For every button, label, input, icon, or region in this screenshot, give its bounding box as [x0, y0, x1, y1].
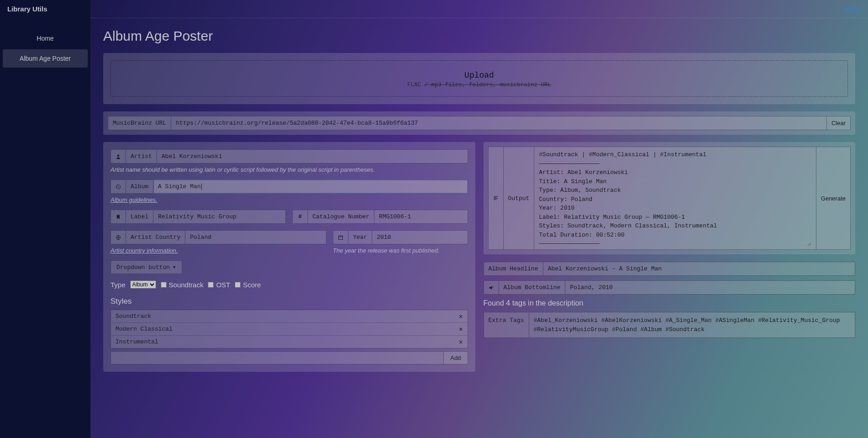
type-label: Type	[110, 281, 126, 289]
style-row: Instrumental✕	[111, 336, 468, 348]
upload-dropzone[interactable]: Upload FLAC / mp3 files, folders, musicb…	[110, 60, 848, 97]
mb-url-input-wrap	[171, 116, 827, 130]
style-label: Soundtrack	[116, 313, 151, 320]
upload-card: Upload FLAC / mp3 files, folders, musicb…	[103, 53, 855, 104]
score-checkbox[interactable]	[235, 282, 241, 288]
mb-url-label: MusicBrainz URL	[108, 116, 171, 130]
generate-button[interactable]: Generate	[816, 147, 851, 250]
dropdown-button[interactable]: Dropdown button ▾	[110, 260, 182, 274]
score-checkbox-wrap[interactable]: Score	[235, 281, 261, 289]
dropdown-button-label: Dropdown button	[116, 264, 170, 271]
calendar-icon	[333, 230, 348, 244]
soundtrack-checkbox[interactable]	[161, 282, 167, 288]
headline-input[interactable]	[548, 265, 850, 272]
add-style-button[interactable]: Add	[443, 351, 468, 364]
disc-icon	[110, 179, 126, 194]
output-textarea[interactable]	[539, 150, 811, 246]
year-helper: The year the release was first published…	[333, 247, 468, 254]
album-input[interactable]: A Single Man	[158, 183, 202, 190]
about-link[interactable]: About	[844, 5, 861, 13]
hash-icon: #	[292, 210, 308, 224]
sidebar: Home Album Age Poster	[0, 18, 90, 438]
page-title: Album Age Poster	[103, 28, 855, 44]
main-content: Album Age Poster Upload FLAC / mp3 files…	[90, 18, 868, 438]
extra-tags-value[interactable]: #Abel_Korzeniowski #AbelKorzeniowski #A_…	[529, 312, 855, 338]
person-icon	[110, 149, 126, 164]
remove-style-icon[interactable]: ✕	[459, 325, 463, 333]
clear-button[interactable]: Clear	[827, 116, 851, 130]
style-label: Instrumental	[116, 338, 158, 345]
sidebar-item-home[interactable]: Home	[3, 29, 88, 47]
bottomline-label: Album Bottomline	[499, 280, 566, 295]
year-label: Year	[348, 230, 372, 244]
country-helper-link[interactable]: Artist country information.	[110, 247, 178, 254]
bottomline-input[interactable]	[570, 284, 850, 291]
chevron-down-icon: ▾	[173, 264, 176, 271]
artist-input[interactable]	[162, 153, 463, 160]
topbar: Library Utils About	[0, 0, 868, 18]
cat-label: Catalogue Number	[308, 210, 374, 224]
output-card: Output Generate	[484, 142, 856, 254]
label-input[interactable]	[158, 213, 281, 220]
artist-label: Artist	[126, 149, 157, 164]
upload-prefix: FLAC	[407, 82, 425, 88]
svg-rect-3	[338, 236, 342, 239]
headline-label: Album Headline	[484, 262, 543, 276]
country-input[interactable]	[190, 234, 321, 241]
label-label: Label	[126, 210, 153, 224]
upload-subtitle: FLAC / mp3 files, folders, musicbrainz U…	[116, 82, 843, 88]
extra-tags-label: Extra Tags	[484, 312, 529, 338]
mb-url-card: MusicBrainz URL Clear	[103, 111, 855, 135]
mb-url-input[interactable]	[176, 120, 822, 127]
output-label: Output	[504, 147, 535, 250]
bullhorn-icon	[484, 280, 499, 295]
brand: Library Utils	[0, 0, 90, 18]
styles-heading: Styles	[110, 297, 468, 306]
country-label: Artist Country	[126, 230, 185, 244]
style-row: Soundtrack✕	[111, 310, 468, 323]
globe-icon	[110, 230, 126, 244]
metadata-card: Artist Artist name should be written usi…	[103, 142, 475, 372]
bookmark-icon	[110, 210, 126, 224]
style-label: Modern Classical	[116, 326, 173, 332]
remove-style-icon[interactable]: ✕	[459, 312, 463, 320]
soundtrack-checkbox-wrap[interactable]: Soundtrack	[161, 281, 204, 289]
styles-list: Soundtrack✕ Modern Classical✕ Instrument…	[110, 310, 468, 348]
upload-title: Upload	[116, 71, 843, 80]
artist-helper: Artist name should be written using lati…	[110, 166, 468, 173]
sidebar-item-album-age-poster[interactable]: Album Age Poster	[3, 49, 88, 68]
type-select[interactable]: Album	[130, 280, 156, 289]
tags-found-text: Found 4 tags in the description	[484, 299, 856, 307]
ost-checkbox-wrap[interactable]: OST	[208, 281, 230, 289]
upload-strike: / mp3 files, folders, musicbrainz URL	[424, 82, 551, 88]
align-left-icon	[488, 147, 504, 250]
year-input[interactable]	[377, 234, 463, 241]
ost-checkbox[interactable]	[208, 282, 214, 288]
svg-point-1	[118, 186, 119, 187]
style-row: Modern Classical✕	[111, 323, 468, 336]
album-label: Album	[126, 179, 153, 194]
cat-input[interactable]	[379, 213, 463, 220]
remove-style-icon[interactable]: ✕	[459, 338, 463, 346]
add-style-input[interactable]	[110, 351, 443, 364]
album-helper-link[interactable]: Album guidelines.	[110, 196, 158, 203]
